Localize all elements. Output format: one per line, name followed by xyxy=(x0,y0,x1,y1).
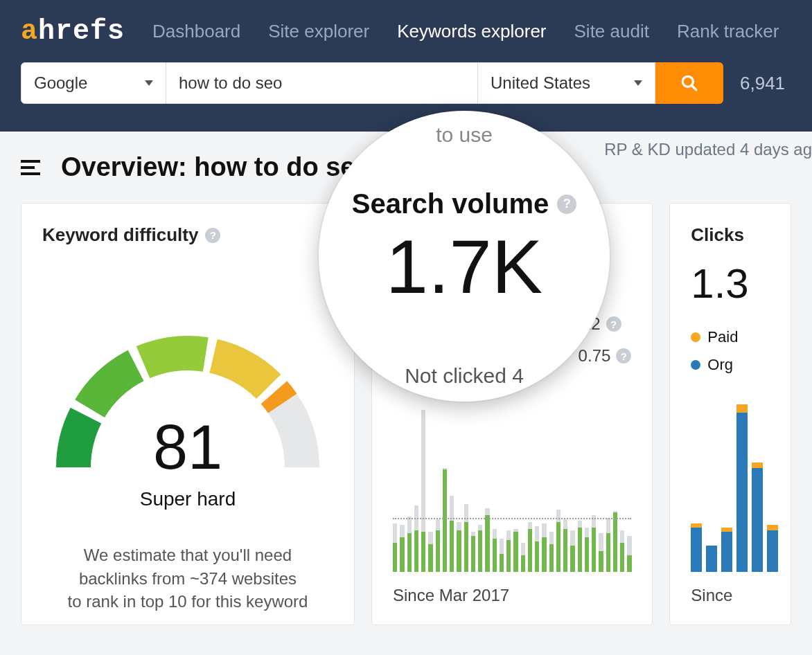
nav-site-audit[interactable]: Site audit xyxy=(574,21,649,42)
bar xyxy=(570,530,574,572)
clicks-card: Clicks 1.3 Paid Org Since xyxy=(669,203,791,625)
magnifier-overlay: to use Search volume ? 1.7K Not clicked … xyxy=(319,111,610,402)
clicks-barchart xyxy=(691,392,791,572)
engine-dropdown[interactable]: Google xyxy=(21,62,166,104)
help-icon[interactable]: ? xyxy=(606,316,621,332)
clicks-bar xyxy=(706,546,717,572)
bar xyxy=(400,525,404,572)
bar xyxy=(500,539,504,572)
kd-card-title: Keyword difficulty ? xyxy=(42,224,333,246)
bar xyxy=(513,529,518,572)
kd-value: 81 xyxy=(42,412,333,483)
kd-description: We estimate that you'll need backlinks f… xyxy=(42,544,333,613)
bar xyxy=(599,533,603,572)
legend-paid: Paid xyxy=(691,328,770,346)
clicks-value: 1.3 xyxy=(691,260,770,307)
bar xyxy=(620,530,624,572)
sv-since: Since Mar 2017 xyxy=(393,586,509,605)
bar xyxy=(613,511,617,572)
page-title: Overview: how to do seo xyxy=(61,152,371,182)
nav-rank-tracker[interactable]: Rank tracker xyxy=(677,21,779,42)
magnifier-top-text: to use xyxy=(436,123,493,147)
bar xyxy=(407,517,412,572)
bar xyxy=(393,523,397,572)
chevron-down-icon xyxy=(145,80,153,86)
search-icon xyxy=(680,74,698,92)
topbar: ahrefs Dashboard Site explorer Keywords … xyxy=(0,0,812,132)
help-icon[interactable]: ? xyxy=(616,348,631,364)
legend-organic-label: Org xyxy=(707,356,733,374)
search-button[interactable] xyxy=(655,62,723,104)
clicks-since: Since xyxy=(691,586,732,605)
kd-desc-line: to rank in top 10 for this keyword xyxy=(42,590,333,613)
bar xyxy=(549,532,554,572)
kd-label: Super hard xyxy=(42,488,333,510)
svg-line-1 xyxy=(691,85,696,90)
clicks-bar xyxy=(721,528,732,572)
magnifier-title: Search volume ? xyxy=(352,188,577,219)
clicks-bar xyxy=(736,404,748,572)
cps-value: 0.75 xyxy=(579,346,611,366)
logo[interactable]: ahrefs xyxy=(21,16,125,47)
nav-row: ahrefs Dashboard Site explorer Keywords … xyxy=(21,0,791,62)
bar xyxy=(606,518,610,572)
logo-a: a xyxy=(21,16,38,47)
legend-dot-paid xyxy=(691,332,700,342)
logo-rest: hrefs xyxy=(38,16,125,47)
overview-prefix: Overview: xyxy=(61,152,194,181)
bar xyxy=(478,525,482,572)
legend-paid-label: Paid xyxy=(707,328,738,346)
bar xyxy=(421,410,425,572)
bar xyxy=(414,505,418,572)
bar xyxy=(450,496,454,572)
clicks-bar xyxy=(752,463,763,572)
nav-dashboard[interactable]: Dashboard xyxy=(152,21,240,42)
country-dropdown[interactable]: United States xyxy=(478,62,655,104)
magnifier-bottom-text: Not clicked 4 xyxy=(405,364,524,388)
kd-title-text: Keyword difficulty xyxy=(42,224,198,246)
kd-desc-line: We estimate that you'll need xyxy=(42,544,333,567)
clicks-title-text: Clicks xyxy=(691,224,744,246)
bar xyxy=(443,468,447,572)
bar xyxy=(535,526,539,572)
updated-text: RP & KD updated 4 days ag xyxy=(604,140,812,159)
bar xyxy=(428,532,432,572)
nav-site-explorer[interactable]: Site explorer xyxy=(268,21,369,42)
country-dropdown-label: United States xyxy=(491,73,590,93)
kd-gauge: 81 Super hard xyxy=(42,308,333,495)
legend-dot-organic xyxy=(691,360,700,370)
bar xyxy=(578,521,582,572)
credits-count: 6,941 xyxy=(740,73,785,94)
bar xyxy=(506,530,511,572)
kd-card: Keyword difficulty ? 81 Super hard We es… xyxy=(21,203,355,625)
clicks-bar xyxy=(767,525,778,572)
bar xyxy=(542,523,546,572)
bar xyxy=(471,532,475,572)
bar xyxy=(436,519,440,572)
chevron-down-icon xyxy=(634,80,642,86)
bar xyxy=(592,515,596,572)
help-icon[interactable]: ? xyxy=(205,228,220,243)
bar xyxy=(457,522,461,572)
clicks-title: Clicks xyxy=(691,224,770,246)
menu-icon[interactable] xyxy=(21,160,40,175)
bar xyxy=(627,536,631,572)
bar xyxy=(521,543,525,572)
magnifier-value: 1.7K xyxy=(386,222,542,310)
bar xyxy=(464,504,468,572)
clicks-legend: Paid Org xyxy=(691,328,770,374)
sv-barchart xyxy=(393,392,631,572)
keyword-input[interactable] xyxy=(166,62,478,104)
magnifier-title-text: Search volume xyxy=(352,188,549,219)
bar xyxy=(585,528,589,572)
bar xyxy=(528,522,532,572)
search-row: Google United States 6,941 xyxy=(21,62,791,104)
chart-average-line xyxy=(393,518,631,519)
bar xyxy=(493,529,497,572)
kd-desc-line: backlinks from ~374 websites xyxy=(42,567,333,591)
nav-keywords-explorer[interactable]: Keywords explorer xyxy=(397,21,546,42)
clicks-bar xyxy=(691,523,702,572)
engine-dropdown-label: Google xyxy=(34,73,87,93)
help-icon[interactable]: ? xyxy=(557,195,576,214)
bar xyxy=(563,519,567,572)
